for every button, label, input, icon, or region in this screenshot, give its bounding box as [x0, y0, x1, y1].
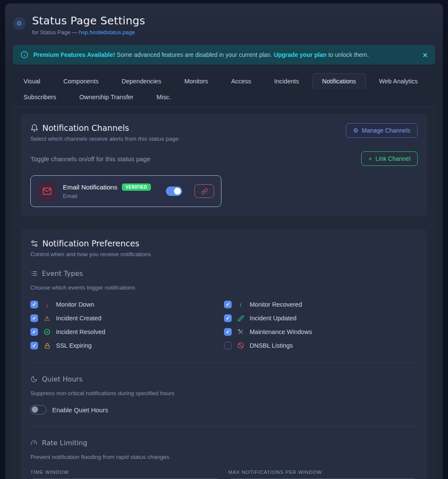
page-subtitle: for Status Page — hsp.hostedstatus.page [32, 29, 145, 35]
event-type-dnsbl-listings[interactable]: ✓ DNSBL Listings [224, 340, 418, 351]
channels-title: Notification Channels [42, 123, 129, 133]
status-page-link[interactable]: hsp.hostedstatus.page [79, 29, 135, 35]
check-icon: ✓ [226, 302, 230, 307]
event-types-column-right: ✓ ↑ Monitor Recovered ✓ Incident Updated… [224, 299, 418, 351]
notification-preferences-card: Notification Preferences Control when an… [21, 229, 427, 479]
gear-icon: ⚙ [353, 127, 359, 134]
event-type-label: Monitor Recovered [250, 301, 302, 308]
email-channel-toggle[interactable] [166, 186, 182, 196]
notification-channels-card: Notification Channels Select which chann… [21, 114, 427, 216]
quiet-hours-header: Quiet Hours [30, 375, 418, 383]
pencil-icon [237, 315, 245, 322]
tab-visual[interactable]: Visual [14, 73, 50, 89]
ban-icon [237, 342, 245, 349]
event-type-label: Incident Resolved [56, 328, 105, 335]
chain-link-icon [201, 188, 208, 195]
tab-subscribers[interactable]: Subscribers [14, 89, 66, 105]
event-type-incident-created[interactable]: ✓ ⚠ Incident Created [30, 313, 224, 323]
channel-info: Email Notifications VERIFIED Email [63, 183, 151, 199]
settings-tabs: Visual Components Dependencies Monitors … [14, 73, 434, 105]
event-types-title: Event Types [42, 269, 83, 278]
checkbox[interactable]: ✓ [224, 314, 232, 322]
channel-name: Email Notifications [63, 183, 118, 191]
manage-channels-button[interactable]: ⚙ Manage Channels [346, 123, 418, 138]
max-notifications-field-group: MAX NOTIFICATIONS PER WINDOW [228, 470, 418, 479]
checkbox[interactable]: ✓ [224, 301, 232, 308]
tab-ownership-transfer[interactable]: Ownership Transfer [70, 89, 144, 105]
page-header: ⚙ Status Page Settings for Status Page —… [5, 3, 443, 41]
link-channel-button[interactable]: + Link Channel [361, 151, 418, 166]
event-type-label: Monitor Down [56, 301, 94, 308]
event-type-maintenance-windows[interactable]: ✓ Maintenance Windows [224, 327, 418, 337]
page-header-text: Status Page Settings for Status Page — h… [32, 15, 145, 35]
page-title: Status Page Settings [32, 15, 145, 27]
rate-limiting-subtitle: Prevent notification flooding from rapid… [30, 454, 418, 460]
tabs-row-2: Subscribers Ownership Transfer Misc. [14, 89, 434, 105]
arrow-up-icon: ↑ [237, 302, 245, 308]
warning-icon: ⚠ [43, 315, 51, 322]
sliders-icon [30, 240, 38, 248]
channel-type: Email [63, 193, 151, 199]
channels-toggle-row: Toggle channels on/off for this status p… [30, 151, 418, 166]
quiet-hours-toggle-row: Enable Quiet Hours [30, 405, 418, 414]
premium-banner-body: Some advanced features are disabled in y… [115, 51, 274, 58]
event-types-subtitle: Choose which events trigger notification… [30, 284, 418, 291]
event-type-incident-resolved[interactable]: ✓ Incident Resolved [30, 327, 224, 337]
quiet-hours-subtitle: Suppress non-critical notifications duri… [30, 390, 418, 396]
tab-web-analytics[interactable]: Web Analytics [369, 73, 428, 89]
link-channel-label: Link Channel [375, 155, 410, 162]
preferences-subtitle: Control when and how you receive notific… [30, 251, 418, 257]
premium-banner-suffix: to unlock them. [327, 51, 369, 58]
event-type-label: DNSBL Listings [250, 342, 293, 349]
page-subtitle-prefix: for Status Page — [32, 29, 79, 35]
manage-channels-label: Manage Channels [362, 127, 410, 134]
tab-dependencies[interactable]: Dependencies [112, 73, 171, 89]
tab-incidents[interactable]: Incidents [265, 73, 309, 89]
tab-access[interactable]: Access [221, 73, 261, 89]
channels-subtitle: Select which channels receive alerts fro… [30, 136, 179, 142]
toggle-knob [174, 188, 181, 195]
rate-limiting-title: Rate Limiting [42, 439, 87, 447]
settings-window: ⚙ Status Page Settings for Status Page —… [5, 3, 443, 479]
tab-monitors[interactable]: Monitors [174, 73, 218, 89]
event-type-ssl-expiring[interactable]: ✓ SSL Expiring [30, 340, 224, 351]
checkbox[interactable]: ✓ [30, 301, 38, 308]
tab-components[interactable]: Components [53, 73, 108, 89]
quiet-hours-toggle[interactable] [30, 405, 47, 414]
checkbox[interactable]: ✓ [30, 314, 38, 322]
time-window-label: TIME WINDOW [30, 470, 220, 475]
check-circle-icon [43, 328, 51, 335]
channels-header: Notification Channels Select which chann… [30, 123, 418, 142]
list-icon [30, 270, 38, 277]
checkbox[interactable]: ✓ [30, 342, 38, 349]
event-types-column-left: ✓ ↓ Monitor Down ✓ ⚠ Incident Created ✓ [30, 299, 224, 351]
gear-glyph: ⚙ [16, 20, 22, 27]
tab-misc[interactable]: Misc. [147, 89, 181, 105]
event-type-label: SSL Expiring [56, 342, 91, 349]
email-channel-card: Email Notifications VERIFIED Email [30, 175, 221, 207]
event-type-monitor-recovered[interactable]: ✓ ↑ Monitor Recovered [224, 299, 418, 310]
channels-title-row: Notification Channels [30, 123, 179, 133]
tab-notifications[interactable]: Notifications [312, 73, 366, 89]
mail-icon [38, 182, 56, 201]
event-type-incident-updated[interactable]: ✓ Incident Updated [224, 313, 418, 323]
section-divider [30, 363, 418, 363]
preferences-title-row: Notification Preferences [30, 239, 418, 248]
bell-icon [30, 124, 38, 132]
checkbox[interactable]: ✓ [30, 328, 38, 336]
event-type-monitor-down[interactable]: ✓ ↓ Monitor Down [30, 299, 224, 310]
checkbox[interactable]: ✓ [224, 342, 232, 349]
event-type-label: Incident Created [56, 315, 101, 322]
checkbox[interactable]: ✓ [224, 328, 232, 336]
time-window-field-group: TIME WINDOW 15 minutes [30, 470, 220, 479]
event-types-header: Event Types [30, 269, 418, 278]
check-icon: ✓ [32, 329, 36, 334]
channel-name-row: Email Notifications VERIFIED [63, 183, 151, 191]
event-type-label: Maintenance Windows [250, 328, 312, 335]
arrow-down-icon: ↓ [43, 302, 51, 308]
upgrade-plan-link[interactable]: Upgrade your plan [274, 51, 327, 58]
channel-link-button[interactable] [195, 184, 214, 198]
close-icon[interactable]: × [423, 51, 427, 59]
tools-icon [237, 328, 245, 335]
verified-badge: VERIFIED [122, 183, 151, 191]
